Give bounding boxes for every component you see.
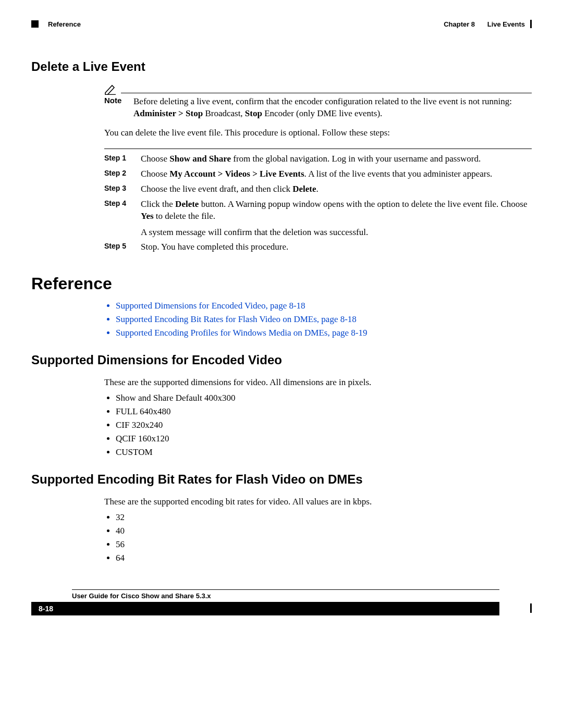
list-item: CIF 320x240 (116, 420, 532, 430)
ref-link[interactable]: Supported Encoding Bit Rates for Flash V… (116, 314, 357, 324)
step-label: Step 2 (104, 168, 132, 180)
list-item: FULL 640x480 (116, 406, 532, 417)
header-section: Reference (48, 20, 81, 28)
step-text: Click the Delete button. A Warning popup… (141, 199, 532, 239)
list-item: 56 (116, 539, 532, 550)
list-item: Show and Share Default 400x300 (116, 393, 532, 403)
step-text: Choose My Account > Videos > Live Events… (141, 168, 532, 180)
step-text: Choose Show and Share from the global na… (141, 153, 532, 165)
bitrates-intro: These are the supported encoding bit rat… (104, 496, 532, 508)
ref-link[interactable]: Supported Dimensions for Encoded Video, … (116, 301, 305, 311)
footer-guide: User Guide for Cisco Show and Share 5.3.… (72, 592, 499, 600)
note-text: Before deleting a live event, confirm th… (133, 96, 532, 120)
header-square-icon (31, 20, 39, 28)
page-header: Reference Chapter 8 Live Events (31, 20, 532, 28)
reference-links: Supported Dimensions for Encoded Video, … (104, 301, 532, 338)
step-row: Step 3 Choose the live event draft, and … (104, 183, 532, 195)
delete-intro: You can delete the live event file. This… (104, 127, 532, 139)
list-item: 32 (116, 512, 532, 523)
header-chapter-label: Chapter 8 (444, 20, 475, 28)
note-block: Note Before deleting a live event, confi… (104, 83, 532, 120)
bitrates-list: 32 40 56 64 (104, 512, 532, 563)
step-label: Step 1 (104, 153, 132, 165)
step-label: Step 4 (104, 199, 132, 239)
step-row: Step 4 Click the Delete button. A Warnin… (104, 199, 532, 239)
heading-delete-event: Delete a Live Event (31, 59, 532, 74)
dimensions-intro: These are the supported dimensions for v… (104, 377, 532, 389)
ref-link[interactable]: Supported Encoding Profiles for Windows … (116, 328, 368, 338)
step-label: Step 5 (104, 241, 132, 253)
step-row: Step 1 Choose Show and Share from the gl… (104, 153, 532, 165)
step-row: Step 5 Stop. You have completed this pro… (104, 241, 532, 253)
header-chapter-title: Live Events (487, 20, 525, 28)
dimensions-list: Show and Share Default 400x300 FULL 640x… (104, 393, 532, 458)
heading-dimensions: Supported Dimensions for Encoded Video (31, 353, 532, 367)
note-label: Note (104, 96, 125, 105)
step-text: Stop. You have completed this procedure. (141, 241, 532, 253)
footer-bar-icon (530, 603, 532, 613)
list-item: QCIF 160x120 (116, 434, 532, 444)
list-item: 64 (116, 553, 532, 563)
step-text: Choose the live event draft, and then cl… (141, 183, 532, 195)
page-number: 8-18 (31, 602, 499, 615)
header-bar-icon (530, 20, 532, 28)
heading-reference: Reference (31, 274, 532, 293)
heading-bitrates: Supported Encoding Bit Rates for Flash V… (31, 472, 532, 487)
pencil-icon (104, 83, 117, 95)
list-item: 40 (116, 526, 532, 536)
step-row: Step 2 Choose My Account > Videos > Live… (104, 168, 532, 180)
page-footer: User Guide for Cisco Show and Share 5.3.… (31, 589, 532, 615)
step-label: Step 3 (104, 183, 132, 195)
divider (104, 149, 532, 149)
list-item: CUSTOM (116, 447, 532, 458)
